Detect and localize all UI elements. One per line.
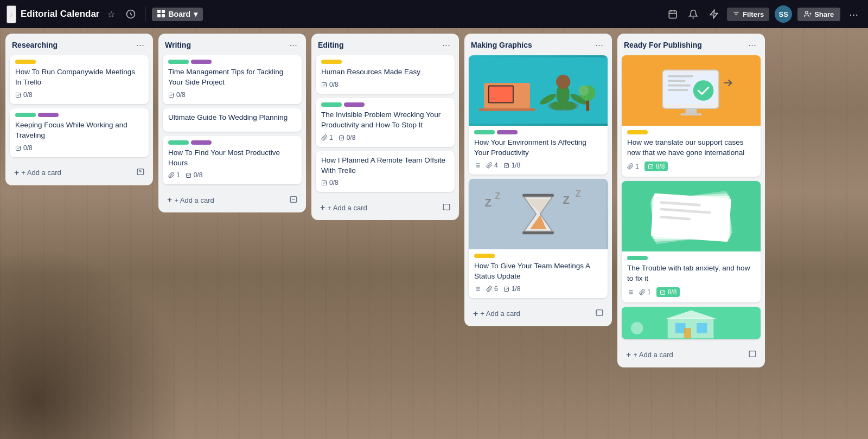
card-title-w3: How To Find Your Most Productive Hours — [168, 148, 296, 169]
card-title-e2: The Invisible Problem Wrecking Your Prod… — [321, 110, 449, 131]
list-title-making-graphics: Making Graphics — [471, 41, 532, 49]
card-title-mg1: How Your Environment Is Affecting Your P… — [474, 138, 602, 158]
svg-text:Z: Z — [563, 194, 570, 206]
add-card-label-rfp: + Add a card — [633, 351, 673, 359]
list-making-graphics: Making Graphics ··· — [464, 34, 612, 326]
svg-point-36 — [556, 75, 570, 89]
list-writing: Writing ··· Time Management Tips for Tac… — [158, 34, 306, 212]
checklist-e2: 0/8 — [339, 134, 356, 141]
list-menu-writing[interactable]: ··· — [287, 39, 299, 51]
svg-rect-72 — [668, 89, 688, 91]
label-yellow-rp1 — [627, 130, 648, 134]
attachment-w3: 1 — [168, 171, 180, 179]
svg-text:Z: Z — [485, 197, 492, 209]
board-area: Researching ··· How To Run Companywide M… — [0, 28, 868, 439]
list-title-writing: Writing — [165, 41, 191, 49]
attachment-mg1: 4 — [486, 162, 498, 169]
avatar[interactable]: SS — [775, 5, 792, 23]
add-card-label-editing: + Add a card — [327, 204, 367, 212]
card-template-icon-rfp — [749, 350, 756, 359]
card-w3[interactable]: How To Find Your Most Productive Hours 1… — [163, 136, 302, 185]
add-card-button-researching[interactable]: + + Add a card — [10, 165, 149, 181]
filters-label: Filters — [743, 10, 764, 18]
label-green-e2 — [321, 102, 342, 107]
desc-rp2 — [627, 289, 634, 295]
card-mg1[interactable]: How Your Environment Is Affecting Your P… — [469, 55, 608, 175]
card-w2[interactable]: Ultimate Guide To Wedding Planning — [163, 108, 302, 132]
add-card-button-ready-for-publishing[interactable]: + + Add a card — [622, 347, 761, 363]
share-button[interactable]: Share — [797, 8, 840, 21]
add-card-button-writing[interactable]: + + Add a card — [163, 192, 302, 208]
back-button[interactable]: › — [7, 5, 16, 23]
svg-point-43 — [578, 86, 589, 96]
label-green-mg1 — [474, 130, 495, 134]
more-options-button[interactable]: ··· — [846, 6, 861, 23]
checklist-e1: 0/8 — [321, 81, 339, 88]
add-icon-making-graphics: + — [473, 309, 478, 319]
label-green — [15, 113, 36, 117]
card-meta-rp1: 1 8/8 — [627, 162, 755, 171]
card-labels-e2 — [321, 102, 449, 107]
attachment-e2: 1 — [321, 134, 333, 141]
list-menu-editing[interactable]: ··· — [440, 39, 452, 51]
add-icon-editing: + — [320, 203, 325, 212]
card-image-rp1 — [622, 55, 761, 126]
card-w1[interactable]: Time Management Tips for Tackling Your S… — [163, 55, 302, 104]
add-card-button-editing[interactable]: + + Add a card — [316, 199, 455, 216]
notification-icon[interactable] — [686, 7, 701, 22]
card-e3[interactable]: How I Planned A Remote Team Offsite With… — [316, 151, 455, 192]
svg-rect-5 — [669, 11, 676, 18]
svg-rect-70 — [668, 80, 686, 82]
list-footer-researching: + + Add a card — [5, 162, 153, 185]
svg-rect-4 — [162, 14, 165, 17]
filters-button[interactable]: Filters — [727, 8, 769, 21]
star-icon[interactable]: ☆ — [104, 7, 119, 22]
list-cards-researching: How To Run Companywide Meetings In Trell… — [5, 55, 153, 162]
list-cards-ready-for-publishing: How we translate our support cases now t… — [617, 55, 765, 344]
card-labels-w1 — [168, 60, 296, 64]
card-meta-w3: 1 0/8 — [168, 171, 296, 179]
list-footer-ready-for-publishing: + + Add a card — [617, 344, 765, 367]
card-meta-e1: 0/8 — [321, 81, 449, 88]
header-left: › Editorial Calendar ☆ Board ▾ — [7, 5, 661, 23]
list-menu-making-graphics[interactable]: ··· — [593, 39, 605, 51]
list-menu-ready-for-publishing[interactable]: ··· — [746, 39, 758, 51]
share-label: Share — [814, 10, 834, 18]
card-title-rp1: How we translate our support cases now t… — [627, 138, 755, 158]
card-r1[interactable]: How To Run Companywide Meetings In Trell… — [10, 55, 149, 104]
list-header-making-graphics: Making Graphics ··· — [464, 34, 612, 55]
add-card-button-making-graphics[interactable]: + + Add a card — [469, 306, 608, 322]
card-r2[interactable]: Keeping Focus While Working and Travelin… — [10, 108, 149, 157]
svg-text:Z: Z — [576, 188, 581, 198]
add-card-label-writing: + Add a card — [174, 196, 214, 204]
desc-mg1 — [474, 162, 481, 169]
card-e1[interactable]: Human Resources Made Easy 0/8 — [316, 55, 455, 94]
board-view-button[interactable]: Board ▾ — [152, 8, 202, 21]
list-menu-researching[interactable]: ··· — [134, 39, 146, 51]
card-title-mg2: How To Give Your Team Meetings A Status … — [474, 261, 602, 282]
label-purple-w3 — [191, 140, 212, 145]
desc-mg2 — [474, 286, 481, 292]
card-rp3[interactable] — [622, 307, 761, 339]
lightning-icon[interactable] — [706, 7, 722, 22]
card-rp2[interactable]: The Trouble with tab anxiety, and how to… — [622, 181, 761, 302]
svg-rect-74 — [686, 108, 697, 113]
add-icon-rfp: + — [626, 350, 631, 360]
board-view-label: Board — [168, 10, 190, 18]
card-image-rp2 — [622, 181, 761, 251]
card-rp1[interactable]: How we translate our support cases now t… — [622, 55, 761, 177]
card-mg2[interactable]: Z Z Z Z How To Give Your Team Meetings A… — [469, 179, 608, 298]
list-title-researching: Researching — [12, 41, 58, 49]
label-yellow-mg2 — [474, 254, 495, 258]
svg-rect-1 — [157, 10, 161, 13]
card-title-w1: Time Management Tips for Tackling Your S… — [168, 67, 296, 88]
list-footer-making-graphics: + + Add a card — [464, 302, 612, 326]
power-ups-icon[interactable] — [123, 7, 138, 22]
label-purple-e2 — [344, 102, 365, 107]
label-purple-w1 — [191, 60, 212, 64]
calendar-icon[interactable] — [665, 7, 680, 22]
add-icon: + — [14, 168, 19, 178]
svg-rect-75 — [680, 113, 702, 115]
card-e2[interactable]: The Invisible Problem Wrecking Your Prod… — [316, 98, 455, 147]
list-cards-writing: Time Management Tips for Tackling Your S… — [158, 55, 306, 189]
